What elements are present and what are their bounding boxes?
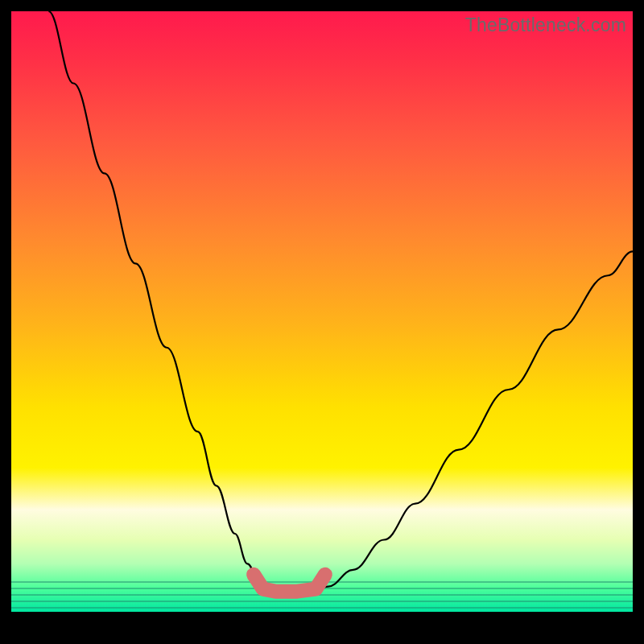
plot-area: TheBottleneck.com	[11, 11, 633, 633]
chart-frame: TheBottleneck.com	[11, 11, 633, 633]
stripe	[11, 588, 633, 589]
stripe	[11, 607, 633, 609]
stripe	[11, 581, 633, 583]
stripe	[11, 601, 633, 602]
stripe	[11, 594, 633, 596]
background-gradient	[11, 11, 633, 612]
